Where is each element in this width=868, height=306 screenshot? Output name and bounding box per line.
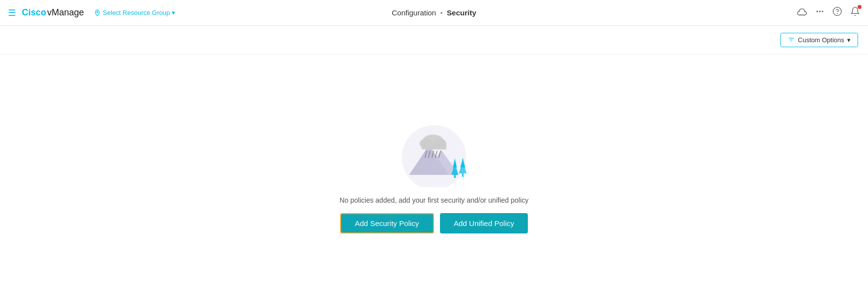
svg-point-4 (833, 7, 842, 16)
navbar-right (796, 6, 860, 19)
svg-rect-17 (462, 173, 464, 177)
action-buttons: Add Security Policy Add Unified Policy (340, 213, 528, 233)
help-icon[interactable] (832, 6, 842, 19)
svg-point-3 (822, 11, 823, 12)
cloud-icon[interactable] (796, 7, 807, 18)
toolbar: Custom Options ▾ (0, 26, 868, 55)
filter-icon (788, 36, 795, 44)
svg-point-2 (819, 11, 821, 12)
brand-vmanage: vManage (47, 7, 84, 18)
page-title-area: Configuration • Security (392, 8, 476, 17)
main-content: Custom Options ▾ (0, 26, 868, 306)
notification-badge (858, 5, 862, 9)
brand-cisco: Cisco (22, 7, 46, 18)
add-unified-policy-button[interactable]: Add Unified Policy (440, 213, 528, 233)
hamburger-icon[interactable]: ☰ (8, 7, 16, 18)
resource-group-chevron: ▾ (172, 9, 175, 16)
chevron-down-icon: ▾ (847, 36, 851, 44)
brand: Cisco vManage (22, 7, 84, 18)
svg-rect-21 (422, 144, 446, 150)
empty-state: No policies added, add your first securi… (0, 55, 868, 306)
notifications-icon[interactable] (850, 6, 860, 19)
more-menu-icon[interactable] (815, 7, 824, 18)
add-security-policy-button[interactable]: Add Security Policy (340, 213, 434, 233)
custom-options-label: Custom Options (798, 36, 844, 44)
page-title: Configuration (392, 8, 436, 17)
empty-illustration (394, 118, 474, 187)
svg-rect-14 (454, 175, 456, 178)
svg-point-0 (97, 11, 98, 12)
empty-message: No policies added, add your first securi… (340, 196, 529, 204)
location-icon (94, 9, 101, 16)
svg-point-1 (816, 11, 818, 12)
custom-options-button[interactable]: Custom Options ▾ (780, 33, 858, 47)
resource-group-label: Select Resource Group (103, 9, 170, 16)
navbar: ☰ Cisco vManage Select Resource Group ▾ … (0, 0, 868, 26)
page-section: Security (447, 8, 476, 17)
resource-group-selector[interactable]: Select Resource Group ▾ (94, 9, 175, 16)
separator: • (440, 8, 442, 17)
